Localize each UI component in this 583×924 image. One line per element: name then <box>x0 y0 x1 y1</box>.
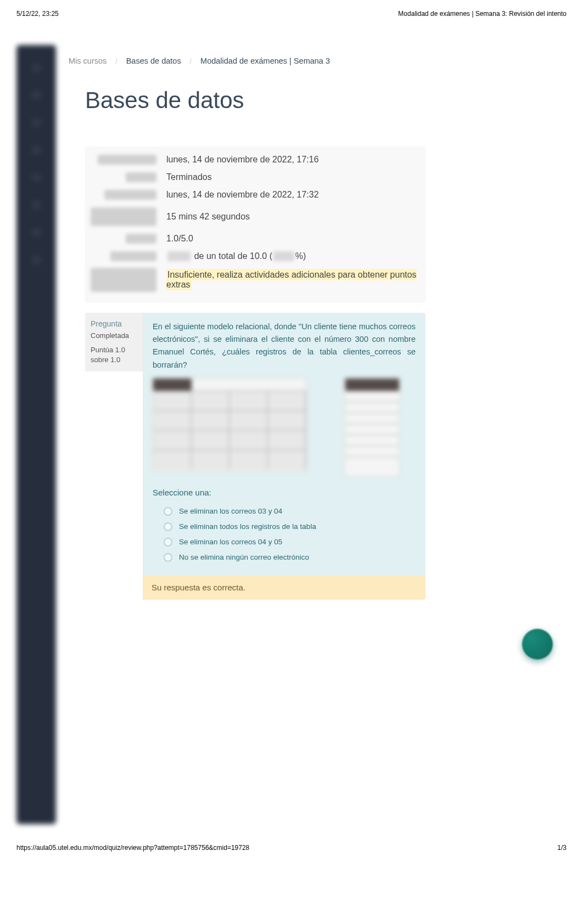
breadcrumb-my-courses[interactable]: Mis cursos <box>69 57 106 65</box>
clientes-correos-table-image <box>345 378 400 477</box>
breadcrumb-separator-icon: / <box>109 58 124 65</box>
sidebar-icon-2[interactable]: ▢ <box>31 89 42 100</box>
option-label: No se elimina ningún correo electrónico <box>179 553 309 561</box>
radio-icon[interactable] <box>164 522 172 531</box>
sidebar-icon-3[interactable]: ▢ <box>31 116 42 127</box>
page-title: Bases de datos <box>69 87 550 114</box>
sidebar-icon-6[interactable]: ▢ <box>31 199 42 210</box>
attempt-summary-panel: Comenzado en lunes, 14 de noviembre de 2… <box>85 147 425 302</box>
summary-label-feedback: Comentario de retroalimentación <box>91 268 156 292</box>
print-url: https://aula05.utel.edu.mx/mod/quiz/revi… <box>16 844 249 852</box>
question-label: Pregunta <box>91 319 137 328</box>
summary-value-state: Terminados <box>162 168 425 186</box>
summary-label-state: Estado <box>126 172 156 182</box>
option-b[interactable]: Se eliminan todos los registros de la ta… <box>164 519 416 534</box>
question-text: En el siguiente modelo relacional, donde… <box>153 320 416 371</box>
option-label: Se eliminan los correos 04 y 05 <box>179 538 282 546</box>
sidebar-icon-8[interactable]: ▢ <box>31 253 42 264</box>
breadcrumb-course[interactable]: Bases de datos <box>126 57 181 65</box>
summary-label-marks: Puntos <box>126 234 156 244</box>
sidebar-icon-7[interactable]: ▢ <box>31 226 42 237</box>
breadcrumb-separator-icon: / <box>183 58 198 65</box>
question-options: Se eliminan los correos 03 y 04 Se elimi… <box>153 504 416 565</box>
print-timestamp: 5/12/22, 23:25 <box>16 10 59 18</box>
option-label: Se eliminan todos los registros de la ta… <box>179 522 316 531</box>
question-feedback: Su respuesta es correcta. <box>143 575 425 600</box>
radio-icon[interactable] <box>164 507 172 516</box>
question-body: En el siguiente modelo relacional, donde… <box>143 313 425 600</box>
radio-icon[interactable] <box>164 553 172 562</box>
sidebar-icon-5[interactable]: ▢ <box>31 171 42 182</box>
summary-label-time: Tiempo empleado <box>91 207 156 226</box>
chat-fab-button[interactable] <box>522 629 553 660</box>
option-a[interactable]: Se eliminan los correos 03 y 04 <box>164 504 416 519</box>
summary-value-marks: 1.0/5.0 <box>162 230 425 247</box>
summary-label-completed: Finalizado en <box>104 190 156 200</box>
question-data-model-image <box>153 378 416 477</box>
option-d[interactable]: No se elimina ningún correo electrónico <box>164 550 416 565</box>
print-page-number: 1/3 <box>557 844 567 852</box>
print-footer: https://aula05.utel.edu.mx/mod/quiz/revi… <box>0 844 583 863</box>
select-one-prompt: Seleccione una: <box>153 488 416 497</box>
summary-value-feedback: Insuficiente, realiza actividades adicio… <box>162 265 425 297</box>
question-block: Pregunta Completada Puntúa 1.0 sobre 1.0… <box>85 313 425 600</box>
summary-value-time: 15 mins 42 segundos <box>162 204 425 230</box>
sidebar-icon-4[interactable]: ▢ <box>31 144 42 155</box>
option-label: Se eliminan los correos 03 y 04 <box>179 507 282 515</box>
sidebar-icon-1[interactable]: ▢ <box>31 61 42 72</box>
print-header: 5/12/22, 23:25 Modalidad de exámenes | S… <box>0 0 583 18</box>
question-info-panel: Pregunta Completada Puntúa 1.0 sobre 1.0 <box>85 313 143 371</box>
question-state: Completada <box>91 331 137 340</box>
sidebar-nav: ▢ ▢ ▢ ▢ ▢ ▢ ▢ ▢ <box>16 45 56 824</box>
print-title: Modalidad de exámenes | Semana 3: Revisi… <box>398 10 567 18</box>
question-grade: Puntúa 1.0 sobre 1.0 <box>91 345 137 365</box>
summary-value-started: lunes, 14 de noviembre de 2022, 17:16 <box>162 151 425 168</box>
radio-icon[interactable] <box>164 538 172 546</box>
summary-value-grade: 2.0 de un total de 10.0 (20%) <box>162 247 425 265</box>
breadcrumb: Mis cursos / Bases de datos / Modalidad … <box>69 53 550 87</box>
option-c[interactable]: Se eliminan los correos 04 y 05 <box>164 534 416 550</box>
summary-label-started: Comenzado en <box>98 155 156 165</box>
grade-percent-hidden: 20 <box>273 251 294 261</box>
grade-value-hidden: 2.0 <box>167 251 190 261</box>
summary-label-grade: Calificación <box>110 251 156 261</box>
clientes-table-image <box>153 378 306 471</box>
summary-value-completed: lunes, 14 de noviembre de 2022, 17:32 <box>162 186 425 204</box>
breadcrumb-activity[interactable]: Modalidad de exámenes | Semana 3 <box>200 57 330 65</box>
